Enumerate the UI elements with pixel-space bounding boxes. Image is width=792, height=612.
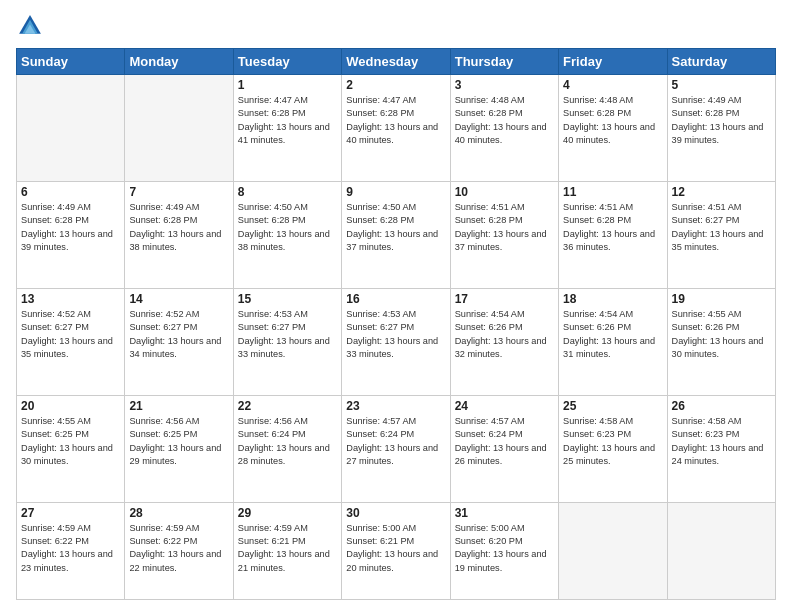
calendar-cell: 23Sunrise: 4:57 AM Sunset: 6:24 PM Dayli… [342,395,450,502]
day-number: 13 [21,292,120,306]
day-info: Sunrise: 4:50 AM Sunset: 6:28 PM Dayligh… [346,201,445,254]
day-info: Sunrise: 4:54 AM Sunset: 6:26 PM Dayligh… [563,308,662,361]
day-info: Sunrise: 4:53 AM Sunset: 6:27 PM Dayligh… [238,308,337,361]
day-info: Sunrise: 4:58 AM Sunset: 6:23 PM Dayligh… [672,415,771,468]
calendar-cell: 5Sunrise: 4:49 AM Sunset: 6:28 PM Daylig… [667,75,775,182]
calendar-cell: 7Sunrise: 4:49 AM Sunset: 6:28 PM Daylig… [125,181,233,288]
day-info: Sunrise: 4:52 AM Sunset: 6:27 PM Dayligh… [129,308,228,361]
day-number: 25 [563,399,662,413]
calendar-cell: 6Sunrise: 4:49 AM Sunset: 6:28 PM Daylig… [17,181,125,288]
calendar-cell: 29Sunrise: 4:59 AM Sunset: 6:21 PM Dayli… [233,502,341,599]
calendar-cell: 9Sunrise: 4:50 AM Sunset: 6:28 PM Daylig… [342,181,450,288]
calendar-cell: 12Sunrise: 4:51 AM Sunset: 6:27 PM Dayli… [667,181,775,288]
calendar-cell: 1Sunrise: 4:47 AM Sunset: 6:28 PM Daylig… [233,75,341,182]
day-number: 20 [21,399,120,413]
day-info: Sunrise: 5:00 AM Sunset: 6:20 PM Dayligh… [455,522,554,575]
day-number: 16 [346,292,445,306]
col-header-friday: Friday [559,49,667,75]
week-row: 1Sunrise: 4:47 AM Sunset: 6:28 PM Daylig… [17,75,776,182]
calendar-cell [17,75,125,182]
day-info: Sunrise: 4:49 AM Sunset: 6:28 PM Dayligh… [672,94,771,147]
day-info: Sunrise: 5:00 AM Sunset: 6:21 PM Dayligh… [346,522,445,575]
day-number: 5 [672,78,771,92]
calendar-cell: 24Sunrise: 4:57 AM Sunset: 6:24 PM Dayli… [450,395,558,502]
calendar-cell: 11Sunrise: 4:51 AM Sunset: 6:28 PM Dayli… [559,181,667,288]
day-number: 18 [563,292,662,306]
day-info: Sunrise: 4:59 AM Sunset: 6:22 PM Dayligh… [21,522,120,575]
day-info: Sunrise: 4:49 AM Sunset: 6:28 PM Dayligh… [21,201,120,254]
day-number: 26 [672,399,771,413]
day-number: 15 [238,292,337,306]
day-info: Sunrise: 4:54 AM Sunset: 6:26 PM Dayligh… [455,308,554,361]
day-number: 7 [129,185,228,199]
day-number: 10 [455,185,554,199]
calendar-cell [559,502,667,599]
day-number: 1 [238,78,337,92]
day-info: Sunrise: 4:59 AM Sunset: 6:22 PM Dayligh… [129,522,228,575]
calendar-cell [667,502,775,599]
day-info: Sunrise: 4:51 AM Sunset: 6:27 PM Dayligh… [672,201,771,254]
day-info: Sunrise: 4:51 AM Sunset: 6:28 PM Dayligh… [455,201,554,254]
calendar-cell: 16Sunrise: 4:53 AM Sunset: 6:27 PM Dayli… [342,288,450,395]
day-number: 2 [346,78,445,92]
logo [16,12,48,40]
calendar-cell: 3Sunrise: 4:48 AM Sunset: 6:28 PM Daylig… [450,75,558,182]
day-info: Sunrise: 4:59 AM Sunset: 6:21 PM Dayligh… [238,522,337,575]
calendar-cell: 4Sunrise: 4:48 AM Sunset: 6:28 PM Daylig… [559,75,667,182]
day-info: Sunrise: 4:48 AM Sunset: 6:28 PM Dayligh… [563,94,662,147]
day-number: 8 [238,185,337,199]
day-info: Sunrise: 4:50 AM Sunset: 6:28 PM Dayligh… [238,201,337,254]
day-number: 23 [346,399,445,413]
calendar-table: SundayMondayTuesdayWednesdayThursdayFrid… [16,48,776,600]
col-header-monday: Monday [125,49,233,75]
calendar-cell: 25Sunrise: 4:58 AM Sunset: 6:23 PM Dayli… [559,395,667,502]
calendar-cell: 17Sunrise: 4:54 AM Sunset: 6:26 PM Dayli… [450,288,558,395]
calendar-cell: 15Sunrise: 4:53 AM Sunset: 6:27 PM Dayli… [233,288,341,395]
day-number: 21 [129,399,228,413]
page: SundayMondayTuesdayWednesdayThursdayFrid… [0,0,792,612]
day-info: Sunrise: 4:58 AM Sunset: 6:23 PM Dayligh… [563,415,662,468]
week-row: 6Sunrise: 4:49 AM Sunset: 6:28 PM Daylig… [17,181,776,288]
week-row: 20Sunrise: 4:55 AM Sunset: 6:25 PM Dayli… [17,395,776,502]
day-info: Sunrise: 4:47 AM Sunset: 6:28 PM Dayligh… [346,94,445,147]
day-info: Sunrise: 4:56 AM Sunset: 6:25 PM Dayligh… [129,415,228,468]
day-number: 9 [346,185,445,199]
calendar-cell: 21Sunrise: 4:56 AM Sunset: 6:25 PM Dayli… [125,395,233,502]
day-number: 28 [129,506,228,520]
calendar-cell: 13Sunrise: 4:52 AM Sunset: 6:27 PM Dayli… [17,288,125,395]
col-header-thursday: Thursday [450,49,558,75]
day-info: Sunrise: 4:48 AM Sunset: 6:28 PM Dayligh… [455,94,554,147]
week-row: 27Sunrise: 4:59 AM Sunset: 6:22 PM Dayli… [17,502,776,599]
logo-icon [16,12,44,40]
day-info: Sunrise: 4:52 AM Sunset: 6:27 PM Dayligh… [21,308,120,361]
day-info: Sunrise: 4:49 AM Sunset: 6:28 PM Dayligh… [129,201,228,254]
col-header-tuesday: Tuesday [233,49,341,75]
header [16,12,776,40]
day-number: 30 [346,506,445,520]
day-info: Sunrise: 4:55 AM Sunset: 6:25 PM Dayligh… [21,415,120,468]
calendar-cell: 10Sunrise: 4:51 AM Sunset: 6:28 PM Dayli… [450,181,558,288]
calendar-cell: 18Sunrise: 4:54 AM Sunset: 6:26 PM Dayli… [559,288,667,395]
day-number: 19 [672,292,771,306]
day-number: 31 [455,506,554,520]
day-info: Sunrise: 4:57 AM Sunset: 6:24 PM Dayligh… [455,415,554,468]
day-number: 12 [672,185,771,199]
calendar-cell [125,75,233,182]
day-info: Sunrise: 4:53 AM Sunset: 6:27 PM Dayligh… [346,308,445,361]
day-number: 14 [129,292,228,306]
calendar-cell: 27Sunrise: 4:59 AM Sunset: 6:22 PM Dayli… [17,502,125,599]
week-row: 13Sunrise: 4:52 AM Sunset: 6:27 PM Dayli… [17,288,776,395]
day-info: Sunrise: 4:51 AM Sunset: 6:28 PM Dayligh… [563,201,662,254]
col-header-saturday: Saturday [667,49,775,75]
calendar-cell: 2Sunrise: 4:47 AM Sunset: 6:28 PM Daylig… [342,75,450,182]
calendar-cell: 20Sunrise: 4:55 AM Sunset: 6:25 PM Dayli… [17,395,125,502]
calendar-cell: 31Sunrise: 5:00 AM Sunset: 6:20 PM Dayli… [450,502,558,599]
day-info: Sunrise: 4:56 AM Sunset: 6:24 PM Dayligh… [238,415,337,468]
calendar-cell: 8Sunrise: 4:50 AM Sunset: 6:28 PM Daylig… [233,181,341,288]
day-number: 11 [563,185,662,199]
day-number: 22 [238,399,337,413]
calendar-cell: 30Sunrise: 5:00 AM Sunset: 6:21 PM Dayli… [342,502,450,599]
calendar-cell: 19Sunrise: 4:55 AM Sunset: 6:26 PM Dayli… [667,288,775,395]
day-number: 17 [455,292,554,306]
day-number: 4 [563,78,662,92]
